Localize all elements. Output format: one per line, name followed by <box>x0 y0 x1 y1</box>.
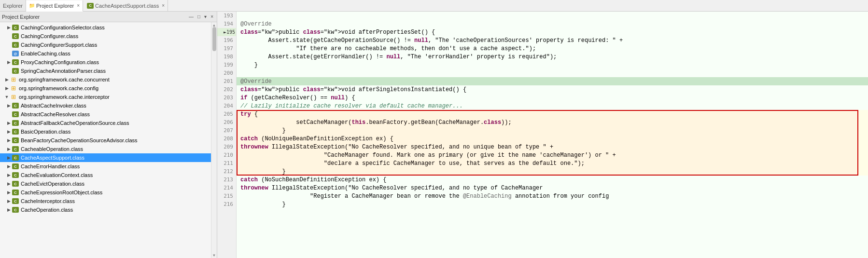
line-number-207: 207 <box>217 126 236 135</box>
tree-item-label: CacheOperation.class <box>21 207 209 213</box>
tree-item-icon: ⊞ <box>10 76 17 83</box>
tree-item-label: CacheEvictOperation.class <box>21 181 209 187</box>
line-number-209: 209 <box>217 143 236 151</box>
tree-item-icon: C <box>12 198 19 204</box>
project-explorer-close[interactable]: × <box>77 3 80 8</box>
line-number-213: 213 <box>217 176 236 184</box>
tree-item-icon: C <box>12 59 19 66</box>
tree-item-22[interactable]: ▶CCacheOperation.class <box>0 205 211 214</box>
tree-item-label: AbstractFallbackCacheOperationSource.cla… <box>21 120 209 126</box>
maximize-btn[interactable]: □ <box>196 14 202 20</box>
code-line-201: @Override <box>237 77 868 85</box>
code-line-197: "If there are no cacheable methods, then… <box>237 44 868 53</box>
tree-item-icon: ⊞ <box>10 94 17 100</box>
tree-item-icon: C <box>12 128 19 135</box>
code-line-213: catch (NoSuchBeanDefinitionException ex)… <box>237 176 868 184</box>
main-area: Project Explorer — □ ▾ × ▶CCachingConfig… <box>0 12 868 258</box>
tree-item-19[interactable]: ▶CCacheEvictOperation.class <box>0 179 211 188</box>
line-number-195: ►195 <box>217 28 236 36</box>
tree-item-icon: ⊞ <box>10 85 17 92</box>
editor-tab-icon: C <box>87 3 94 9</box>
tree-item-3[interactable]: CCachingConfigurerSupport.class <box>0 41 211 49</box>
code-content: @Override class="kw">public class="kw">v… <box>237 12 868 258</box>
tree-item-icon: C <box>12 172 19 178</box>
tree-item-label: EnableCaching.class <box>21 51 209 56</box>
line-number-204: 204 <box>217 102 236 110</box>
tree-item-9[interactable]: ▼⊞org.springframework.cache.interceptor <box>0 93 211 101</box>
line-number-215: 215 <box>217 192 236 200</box>
editor-tab-close[interactable]: × <box>162 3 165 8</box>
line-number-210: 210 <box>217 151 236 159</box>
tree-arrow: ▶ <box>6 190 12 195</box>
tree-item-label: CacheInterceptor.class <box>21 198 209 204</box>
tree-item-icon: C <box>12 137 19 144</box>
tree-item-icon: C <box>12 33 19 40</box>
tree-item-8[interactable]: ▶⊞org.springframework.cache.config <box>0 84 211 93</box>
tree-item-21[interactable]: ▶CCacheInterceptor.class <box>0 197 211 205</box>
tree-item-label: SpringCacheAnnotationParser.class <box>21 68 209 74</box>
code-line-196: Assert.state(getCacheOperationSource() !… <box>237 36 868 44</box>
code-line-203: if (getCacheResolver() == null) { <box>237 94 868 102</box>
tree-item-label: CachingConfigurer.class <box>21 33 209 39</box>
tree-item-icon: C <box>12 120 19 126</box>
tree-item-icon: @ <box>12 50 19 57</box>
code-line-216: } <box>237 200 868 208</box>
tree-item-14[interactable]: ▶CBeanFactoryCacheOperationSourceAdvisor… <box>0 136 211 145</box>
tree-item-icon: C <box>12 102 19 109</box>
tree-item-13[interactable]: ▶CBasicOperation.class <box>0 127 211 136</box>
panel-close-btn[interactable]: × <box>209 14 215 20</box>
code-line-195: class="kw">public class="kw">void afterP… <box>237 28 868 36</box>
line-number-198: 198 <box>217 53 236 61</box>
tree-arrow: ▶ <box>6 181 12 186</box>
tree-item-4[interactable]: @EnableCaching.class <box>0 49 211 58</box>
tree-item-icon: C <box>12 189 19 196</box>
tree-arrow: ▼ <box>4 95 10 99</box>
line-number-214: 214 <box>217 184 236 192</box>
tree-item-label: CacheErrorHandler.class <box>21 163 209 169</box>
tree-item-icon: C <box>12 111 19 118</box>
tree-item-16[interactable]: ▶CCacheAspectSupport.class <box>0 153 211 162</box>
tree-item-icon: C <box>12 154 19 161</box>
project-explorer-tab[interactable]: 📁 Project Explorer × <box>26 0 83 12</box>
scrollbar-thumb <box>212 27 216 51</box>
tree-item-5[interactable]: ▶CProxyCachingConfiguration.class <box>0 58 211 67</box>
minimize-btn[interactable]: — <box>187 14 195 20</box>
tree-item-2[interactable]: CCachingConfigurer.class <box>0 32 211 41</box>
code-line-199: } <box>237 61 868 69</box>
left-panel: Project Explorer — □ ▾ × ▶CCachingConfig… <box>0 12 217 258</box>
tree-item-icon: C <box>12 68 19 74</box>
code-line-205: try { <box>237 110 868 118</box>
code-line-202: class="kw">public class="kw">void afterS… <box>237 85 868 94</box>
tree-item-label: AbstractCacheResolver.class <box>21 111 209 117</box>
tree-item-icon: C <box>12 180 19 187</box>
code-line-198: Assert.state(getErrorHandler() != null, … <box>237 53 868 61</box>
tree-item-20[interactable]: ▶CCacheExpressionRootObject.class <box>0 188 211 197</box>
line-numbers: 193194►195196197198199200201202203204205… <box>217 12 237 258</box>
tree-item-10[interactable]: ▶CAbstractCacheInvoker.class <box>0 101 211 110</box>
tree-arrow: ▶ <box>6 155 12 160</box>
editor-tab[interactable]: C CacheAspectSupport.class × <box>84 0 168 11</box>
tree-arrow: ▶ <box>6 199 12 204</box>
scroll-up-btn[interactable]: ▲ <box>211 22 217 28</box>
left-panel-inner: ▶CCachingConfigurationSelector.classCCac… <box>0 22 217 258</box>
code-area[interactable]: 193194►195196197198199200201202203204205… <box>217 12 868 258</box>
view-menu-btn[interactable]: ▾ <box>203 14 208 20</box>
explorer-tab: Explorer <box>0 0 26 11</box>
tree-arrow: ▶ <box>6 147 12 151</box>
code-line-208: catch (NoUniqueBeanDefinitionException e… <box>237 135 868 143</box>
panel-title-text: Project Explorer <box>2 14 40 20</box>
tree-item-18[interactable]: ▶CCacheEvaluationContext.class <box>0 171 211 179</box>
explorer-scrollbar[interactable]: ▼ ▲ <box>211 22 217 258</box>
scroll-down-btn[interactable]: ▼ <box>211 252 217 258</box>
tree-item-1[interactable]: ▶CCachingConfigurationSelector.class <box>0 23 211 32</box>
tree-item-7[interactable]: ▶⊞org.springframework.cache.concurrent <box>0 75 211 84</box>
tree-item-17[interactable]: ▶CCacheErrorHandler.class <box>0 162 211 171</box>
line-number-208: 208 <box>217 135 236 143</box>
tree-item-label: CachingConfigurationSelector.class <box>21 25 209 30</box>
tree-item-11[interactable]: CAbstractCacheResolver.class <box>0 110 211 119</box>
tree-item-label: BeanFactoryCacheOperationSourceAdvisor.c… <box>21 137 209 143</box>
tree-item-15[interactable]: ▶CCacheableOperation.class <box>0 145 211 153</box>
tree-item-12[interactable]: ▶CAbstractFallbackCacheOperationSource.c… <box>0 119 211 127</box>
tree-item-6[interactable]: CSpringCacheAnnotationParser.class <box>0 67 211 75</box>
tree-item-label: CacheAspectSupport.class <box>21 155 209 161</box>
